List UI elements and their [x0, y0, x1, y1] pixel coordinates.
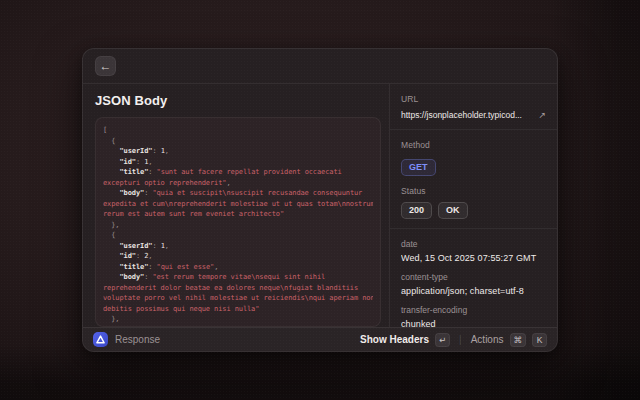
external-link-icon: ↗ [538, 110, 546, 120]
method-status-section: Method GET Status 200 OK [390, 130, 557, 229]
status-label: Status [401, 186, 546, 196]
window-body: JSON Body [ { "userId": 1, "id": 1, "tit… [83, 84, 557, 327]
enter-key-icon: ↵ [435, 333, 450, 347]
window-header: ← [83, 49, 557, 84]
method-badge: GET [401, 159, 436, 176]
header-row-date: date Wed, 15 Oct 2025 07:55:27 GMT [401, 239, 546, 263]
header-name: transfer-encoding [401, 305, 546, 315]
header-row-content-type: content-type application/json; charset=u… [401, 272, 546, 296]
k-key-icon: K [532, 333, 547, 347]
window-footer: Response Show Headers ↵ | Actions ⌘ K [83, 327, 557, 351]
show-headers-button[interactable]: Show Headers ↵ [360, 333, 450, 347]
page-title: JSON Body [95, 93, 379, 108]
back-arrow-icon: ← [100, 59, 112, 73]
url-label: URL [401, 94, 546, 104]
header-name: date [401, 239, 546, 249]
response-window: ← JSON Body [ { "userId": 1, "id": 1, "t… [82, 48, 558, 352]
url-section: URL https://jsonplaceholder.typicod... ↗ [390, 84, 557, 130]
desktop-background: ← JSON Body [ { "userId": 1, "id": 1, "t… [0, 0, 640, 400]
json-code: [ { "userId": 1, "id": 1, "title": "sunt… [103, 125, 373, 327]
url-link[interactable]: https://jsonplaceholder.typicod... ↗ [401, 110, 546, 120]
response-details-panel: URL https://jsonplaceholder.typicod... ↗… [389, 84, 557, 327]
method-label: Method [401, 140, 546, 150]
header-value: application/json; charset=utf-8 [401, 286, 546, 296]
header-value: Wed, 15 Oct 2025 07:55:27 GMT [401, 253, 546, 263]
header-row-transfer-encoding: transfer-encoding chunked [401, 305, 546, 329]
footer-divider: | [457, 334, 464, 345]
actions-button[interactable]: Actions ⌘ K [471, 333, 547, 347]
status-code-badge: 200 [401, 202, 432, 219]
json-body-viewer[interactable]: [ { "userId": 1, "id": 1, "title": "sunt… [95, 117, 381, 327]
main-pane: JSON Body [ { "userId": 1, "id": 1, "tit… [83, 84, 389, 327]
header-name: content-type [401, 272, 546, 282]
status-text-badge: OK [438, 202, 468, 219]
command-key-icon: ⌘ [510, 333, 527, 347]
panel-title: Response [115, 334, 160, 345]
headers-section: date Wed, 15 Oct 2025 07:55:27 GMT conte… [390, 229, 557, 338]
url-value: https://jsonplaceholder.typicod... [401, 110, 532, 120]
app-logo-icon [93, 332, 108, 347]
back-button[interactable]: ← [95, 56, 116, 76]
